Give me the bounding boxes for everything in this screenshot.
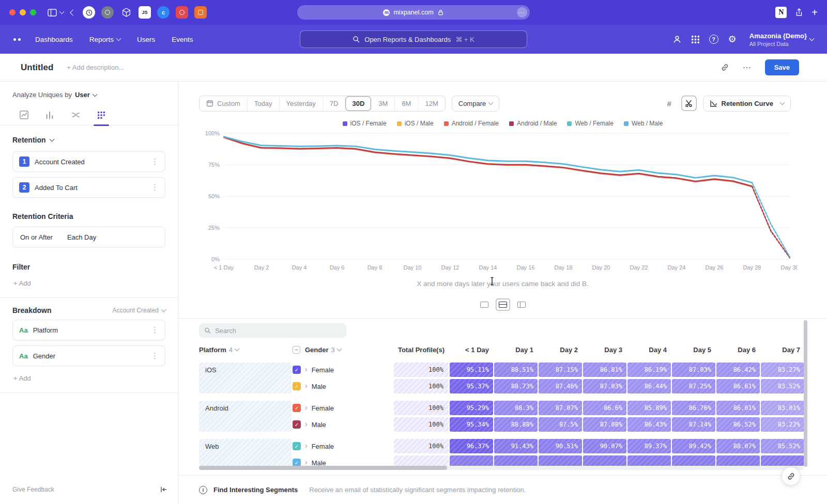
legend-item-web-female[interactable]: Web / Female (567, 120, 613, 127)
column-header-gender[interactable]: – Gender 3 (293, 346, 393, 354)
retention-value-cell[interactable]: 86.61% (716, 379, 760, 393)
layout-single-button[interactable] (477, 298, 492, 311)
js-extension-icon[interactable]: JS (139, 6, 151, 19)
criteria-mode[interactable]: On or After (20, 233, 53, 241)
retention-value-cell[interactable]: 83.01% (761, 401, 804, 415)
gender-cell-ios-female[interactable]: ✓›Female (293, 363, 393, 377)
tab-insights[interactable] (18, 105, 30, 125)
mixpanel-logo[interactable] (13, 38, 21, 41)
nav-item-dashboards[interactable]: Dashboards (35, 36, 73, 43)
legend-item-ios-female[interactable]: iOS / Female (343, 120, 387, 127)
kebab-menu-icon[interactable]: ⋮ (151, 157, 159, 166)
analyze-by-select[interactable]: User (75, 91, 97, 99)
nav-item-reports[interactable]: Reports (89, 36, 120, 43)
retention-value-cell[interactable]: 86.01% (716, 401, 760, 415)
range-button-7d[interactable]: 7D (323, 96, 346, 111)
tab-retention[interactable] (95, 105, 108, 125)
add-breakdown-button[interactable]: + Add (12, 374, 165, 382)
kebab-menu-icon[interactable]: ⋮ (151, 351, 159, 360)
row-checkbox[interactable]: ✓ (293, 442, 301, 450)
retention-value-cell[interactable]: 87.5% (539, 417, 582, 432)
range-button-yesterday[interactable]: Yesterday (280, 96, 323, 111)
red-extension-icon[interactable] (176, 6, 188, 19)
cube-extension-icon[interactable] (120, 6, 132, 19)
gear-icon[interactable]: ⚙ (728, 35, 737, 44)
close-window-icon[interactable] (9, 9, 16, 15)
row-checkbox[interactable]: ✓ (293, 459, 301, 466)
compare-button[interactable]: Compare (452, 96, 499, 112)
orange-extension-icon[interactable] (194, 6, 207, 19)
retention-value-cell[interactable]: 87.03% (672, 363, 715, 377)
table-search-input[interactable] (215, 327, 341, 335)
expand-chevron-icon[interactable]: › (305, 420, 308, 428)
profile-search-icon[interactable] (672, 35, 682, 44)
retention-value-cell[interactable]: 87.25% (672, 379, 715, 393)
gender-cell-web-female[interactable]: ✓›Female (293, 439, 393, 453)
retention-value-cell[interactable]: 86.81% (583, 363, 626, 377)
retention-value-cell[interactable]: 87.03% (583, 379, 626, 393)
column-header-day-2[interactable]: Day 2 (539, 346, 582, 354)
retention-value-cell[interactable]: 85.89% (627, 401, 671, 415)
notion-extension-icon[interactable]: N (775, 7, 787, 18)
project-switcher[interactable]: Amazonia {Demo} All Project Data (749, 32, 814, 47)
criteria-interval[interactable]: Each Day (67, 233, 96, 241)
retention-value-cell[interactable]: 96.37% (450, 439, 493, 453)
retention-value-cell[interactable]: 87.15% (539, 363, 582, 377)
nav-item-users[interactable]: Users (137, 36, 155, 43)
gender-cell-android-male[interactable]: ✓›Male (293, 417, 393, 432)
column-header-day-6[interactable]: Day 6 (716, 346, 760, 354)
gender-cell-ios-male[interactable]: ✓›Male (293, 379, 393, 393)
legend-item-android-male[interactable]: Android / Male (509, 120, 557, 127)
layout-stacked-button[interactable] (496, 298, 510, 311)
retention-value-cell[interactable]: 87.14% (672, 417, 715, 432)
global-search-bar[interactable]: Open Reports & Dashboards ⌘ + K (300, 30, 527, 48)
retention-value-cell[interactable]: 95.37% (450, 379, 493, 393)
column-header--1-day[interactable]: < 1 Day (450, 346, 493, 354)
step-card-added-to-cart[interactable]: 2 Added To Cart ⋮ (12, 177, 165, 198)
retention-value-cell[interactable]: 89.37% (627, 439, 671, 453)
retention-criteria-card[interactable]: On or After Each Day (12, 227, 165, 247)
values-toggle-button[interactable]: # (662, 96, 677, 111)
retention-value-cell[interactable]: 89.42% (672, 439, 715, 453)
retention-value-cell[interactable]: 88.3% (494, 401, 538, 415)
retention-value-cell[interactable]: 95.29% (450, 401, 493, 415)
report-more-options-icon[interactable]: ⋯ (743, 62, 752, 72)
range-button-30d[interactable]: 30D (345, 96, 372, 111)
retention-value-cell[interactable]: 88.88% (494, 417, 538, 432)
help-icon[interactable]: ? (709, 35, 718, 44)
report-title[interactable]: Untitled (21, 62, 53, 73)
clock-extension-icon[interactable] (83, 6, 95, 19)
retention-value-cell[interactable] (627, 455, 671, 466)
row-checkbox[interactable]: ✓ (293, 420, 301, 429)
range-button-3m[interactable]: 3M (372, 96, 395, 111)
retention-value-cell[interactable]: 86.76% (672, 401, 715, 415)
share-icon[interactable] (795, 8, 803, 17)
retention-value-cell[interactable]: 87.46% (539, 379, 582, 393)
retention-value-cell[interactable]: 95.11% (450, 363, 493, 377)
maximize-window-icon[interactable] (30, 9, 36, 15)
column-header-platform[interactable]: Platform 4 (199, 346, 292, 354)
retention-value-cell[interactable]: 88.73% (494, 379, 538, 393)
range-button-custom[interactable]: Custom (200, 96, 248, 111)
nav-item-events[interactable]: Events (172, 36, 193, 43)
retention-value-cell[interactable]: 87.08% (583, 417, 626, 432)
retention-value-cell[interactable]: 95.34% (450, 417, 493, 432)
chart-type-select[interactable]: Retention Curve (703, 96, 791, 112)
retention-value-cell[interactable]: 88.07% (716, 439, 760, 453)
apps-grid-icon[interactable] (692, 36, 699, 43)
row-checkbox[interactable]: ✓ (293, 366, 301, 374)
annotate-button[interactable] (681, 96, 697, 111)
retention-value-cell[interactable]: 85.52% (761, 439, 804, 453)
sidebar-toggle-icon[interactable] (48, 9, 64, 17)
retention-value-cell[interactable]: 86.43% (627, 417, 671, 432)
retention-value-cell[interactable]: 88.51% (494, 363, 538, 377)
circle-extension-icon[interactable] (101, 6, 114, 19)
kebab-menu-icon[interactable]: ⋮ (151, 183, 159, 192)
address-bar[interactable]: m mixpanel.com ⋯ (297, 5, 530, 20)
range-button-6m[interactable]: 6M (395, 96, 418, 111)
retention-value-cell[interactable]: 83.22% (761, 417, 804, 432)
step-card-account-created[interactable]: 1 Account Created ⋮ (12, 151, 165, 172)
breakdown-card-platform[interactable]: Aa Platform ⋮ (12, 320, 165, 340)
gender-cell-web-male[interactable]: ✓›Male (293, 455, 393, 466)
copy-link-icon[interactable] (721, 63, 729, 72)
